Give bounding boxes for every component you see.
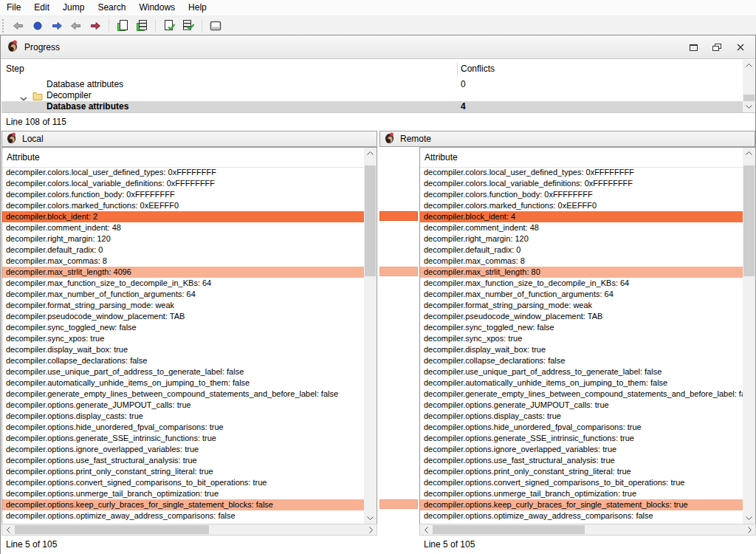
attribute-row[interactable]: decompiler.pseudocode_window_placement: … [420, 311, 743, 322]
attribute-row[interactable]: decompiler.generate_empty_lines_between_… [2, 389, 364, 400]
attribute-row[interactable]: decompiler.max_strlit_length: 4096 [2, 267, 364, 278]
scroll-left-button[interactable] [2, 524, 14, 535]
scrollbar-thumb[interactable] [743, 165, 755, 276]
scroll-right-button[interactable] [365, 524, 377, 535]
attribute-row[interactable]: decompiler.automatically_unhide_items_on… [2, 377, 364, 389]
step-row[interactable]: Database attributes4 [1, 101, 743, 112]
diff-marker[interactable] [379, 211, 418, 221]
copy-database-icon[interactable] [133, 18, 151, 34]
attribute-row[interactable]: decompiler.options.convert_signed_compar… [2, 477, 364, 488]
attribute-row[interactable]: decompiler.block_ident: 4 [420, 211, 743, 222]
attribute-row[interactable]: decompiler.format_string_parsing_mode: w… [2, 300, 364, 311]
attribute-row[interactable]: decompiler.options.unmerge_tail_branch_o… [2, 488, 364, 499]
attribute-row[interactable]: decompiler.colors.local_variable_definit… [2, 178, 364, 189]
attribute-row[interactable]: decompiler.comment_indent: 48 [420, 222, 743, 233]
remote-pane-titlebar[interactable]: Remote [379, 131, 755, 147]
column-header-conflicts[interactable]: Conflicts [461, 64, 495, 74]
attribute-row[interactable]: decompiler.options.optimize_away_address… [420, 510, 743, 521]
scroll-up-button[interactable] [743, 60, 755, 71]
attribute-row[interactable]: decompiler.pseudocode_window_placement: … [2, 311, 364, 322]
attribute-row[interactable]: decompiler.options.print_only_constant_s… [2, 466, 364, 477]
attribute-row[interactable]: decompiler.options.generate_JUMPOUT_call… [420, 400, 743, 411]
scroll-up-button[interactable] [743, 148, 755, 159]
attribute-row[interactable]: decompiler.options.use_fast_structural_a… [2, 455, 364, 466]
attribute-row[interactable]: decompiler.max_commas: 8 [2, 256, 364, 267]
attribute-row[interactable]: decompiler.colors.local_user_defined_typ… [420, 167, 743, 178]
attribute-row[interactable]: decompiler.options.display_casts: true [420, 411, 743, 422]
windows-icon[interactable] [207, 18, 224, 34]
attribute-row[interactable]: decompiler.max_function_size_to_decompil… [420, 278, 743, 289]
remote-vertical-scrollbar[interactable] [743, 148, 755, 524]
attribute-row[interactable]: decompiler.collapse_declarations: false [2, 355, 364, 366]
attribute-row[interactable]: decompiler.options.hide_unordered_fpval_… [420, 422, 743, 433]
menu-item-help[interactable]: Help [182, 0, 213, 16]
attribute-row[interactable]: decompiler.colors.function_body: 0xFFFFF… [2, 189, 364, 200]
attribute-row[interactable]: decompiler.use_unique_part_of_address_to… [2, 366, 364, 377]
column-header-step[interactable]: Step [6, 64, 24, 74]
attribute-row[interactable]: decompiler.collapse_declarations: false [420, 355, 743, 366]
attribute-row[interactable]: decompiler.max_function_size_to_decompil… [2, 278, 364, 289]
attribute-row[interactable]: decompiler.options.keep_curly_braces_for… [2, 499, 364, 510]
attribute-row[interactable]: decompiler.use_unique_part_of_address_to… [420, 366, 743, 377]
scrollbar-thumb[interactable] [15, 525, 209, 534]
progress-titlebar[interactable]: Progress [1, 35, 755, 59]
attribute-row[interactable]: decompiler.automatically_unhide_items_on… [420, 377, 743, 389]
attribute-row[interactable]: decompiler.sync_xpos: true [420, 333, 743, 344]
attribute-row[interactable]: decompiler.options.display_casts: true [2, 411, 364, 422]
scroll-down-button[interactable] [743, 513, 755, 524]
scroll-left-button[interactable] [420, 524, 432, 535]
current-position-icon[interactable] [29, 18, 47, 34]
attribute-row[interactable]: decompiler.options.ignore_overlapped_var… [2, 444, 364, 455]
attribute-row[interactable]: decompiler.options.print_only_constant_s… [420, 466, 743, 477]
attribute-row[interactable]: decompiler.options.unmerge_tail_branch_o… [420, 488, 743, 499]
column-separator[interactable] [457, 62, 458, 77]
maximize-button[interactable] [683, 39, 704, 55]
forward-icon[interactable] [48, 18, 66, 34]
local-horizontal-scrollbar[interactable] [1, 524, 377, 536]
diff-marker[interactable] [379, 499, 418, 509]
remote-horizontal-scrollbar[interactable] [419, 524, 756, 536]
attribute-row[interactable]: decompiler.options.use_fast_structural_a… [420, 455, 743, 466]
copy-file-icon[interactable] [114, 18, 131, 34]
menu-item-search[interactable]: Search [91, 0, 132, 16]
attribute-row[interactable]: decompiler.colors.marked_functions: 0xEE… [420, 200, 743, 211]
step-row[interactable]: Database attributes0 [1, 79, 743, 90]
attribute-row[interactable]: decompiler.default_radix: 0 [2, 244, 364, 256]
scroll-down-button[interactable] [743, 101, 755, 112]
local-vertical-scrollbar[interactable] [364, 148, 377, 524]
close-button[interactable] [730, 39, 751, 55]
attribute-row[interactable]: decompiler.sync_xpos: true [2, 333, 364, 344]
scroll-up-button[interactable] [364, 148, 377, 159]
scroll-right-button[interactable] [743, 524, 755, 535]
attribute-row[interactable]: decompiler.options.generate_JUMPOUT_call… [2, 400, 364, 411]
attribute-row[interactable]: decompiler.options.generate_SSE_intrinsi… [2, 433, 364, 444]
attribute-row[interactable]: decompiler.options.keep_curly_braces_for… [420, 499, 743, 510]
attribute-row[interactable]: decompiler.default_radix: 0 [420, 244, 743, 256]
attribute-row[interactable]: decompiler.options.ignore_overlapped_var… [420, 444, 743, 455]
scrollbar-thumb[interactable] [365, 165, 376, 276]
attribute-row[interactable]: decompiler.max_number_of_function_argume… [420, 289, 743, 300]
attribute-row[interactable]: decompiler.block_ident: 2 [2, 211, 364, 222]
attribute-row[interactable]: decompiler.options.hide_unordered_fpval_… [2, 422, 364, 433]
attribute-row[interactable]: decompiler.options.optimize_away_address… [2, 510, 364, 521]
attribute-row[interactable]: decompiler.colors.local_user_defined_typ… [2, 167, 364, 178]
scroll-down-button[interactable] [364, 513, 377, 524]
menu-item-jump[interactable]: Jump [56, 0, 91, 16]
menu-item-edit[interactable]: Edit [27, 0, 56, 16]
prev-conflict-icon[interactable] [67, 18, 85, 34]
steps-table-vertical-scrollbar[interactable] [743, 60, 755, 112]
attribute-row[interactable]: decompiler.format_string_parsing_mode: w… [420, 300, 743, 311]
accept-file-icon[interactable] [160, 18, 178, 34]
menu-item-file[interactable]: File [0, 0, 27, 16]
attribute-row[interactable]: decompiler.options.convert_signed_compar… [420, 477, 743, 488]
accept-database-icon[interactable] [179, 18, 197, 34]
attribute-row[interactable]: decompiler.colors.local_variable_definit… [420, 178, 743, 189]
float-window-button[interactable] [707, 39, 727, 55]
scrollbar-thumb[interactable] [743, 95, 755, 101]
attribute-row[interactable]: decompiler.max_number_of_function_argume… [2, 289, 364, 300]
attribute-row[interactable]: decompiler.max_strlit_length: 80 [420, 267, 743, 278]
menu-item-windows[interactable]: Windows [132, 0, 182, 16]
attribute-row[interactable]: decompiler.colors.marked_functions: 0xEE… [2, 200, 364, 211]
attribute-row[interactable]: decompiler.generate_empty_lines_between_… [420, 389, 743, 400]
attribute-row[interactable]: decompiler.right_margin: 120 [2, 233, 364, 244]
